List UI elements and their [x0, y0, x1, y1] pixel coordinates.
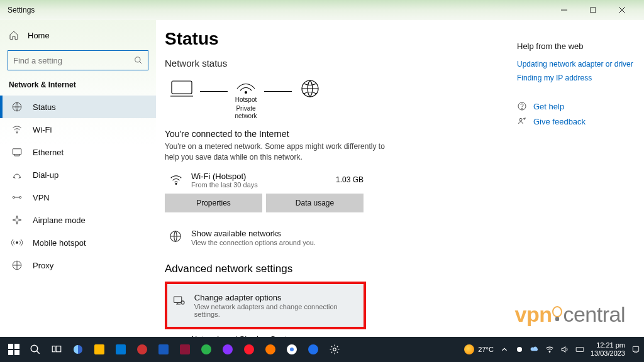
taskbar-app[interactable]: [239, 339, 259, 359]
svg-point-40: [290, 348, 294, 351]
svg-point-20: [519, 118, 522, 121]
notifications-icon[interactable]: [631, 345, 640, 354]
svg-rect-24: [14, 344, 19, 349]
taskbar-app[interactable]: [132, 339, 152, 359]
wifi-tray-icon[interactable]: [545, 345, 554, 354]
svg-point-37: [244, 344, 254, 354]
status-icon: [11, 101, 23, 112]
svg-rect-46: [633, 346, 638, 351]
search-input-wrapper[interactable]: [8, 50, 148, 70]
help-link-ip[interactable]: Finding my IP address: [517, 74, 638, 82]
svg-point-35: [201, 344, 211, 354]
svg-point-5: [13, 197, 14, 199]
svg-rect-26: [14, 350, 19, 355]
clock[interactable]: 12:21 pm 13/03/2023: [591, 341, 625, 357]
change-adapter-options[interactable]: Change adapter options View network adap…: [169, 288, 360, 323]
volume-tray-icon[interactable]: [560, 345, 569, 354]
weather-widget[interactable]: 27°C: [464, 344, 494, 354]
help-panel: Help from the web Updating network adapt…: [512, 20, 644, 337]
data-usage-button[interactable]: Data usage: [266, 194, 364, 212]
show-available-networks[interactable]: Show available networks View the connect…: [165, 224, 497, 251]
highlighted-option: Change adapter options View network adap…: [165, 282, 366, 329]
start-button[interactable]: [4, 339, 24, 359]
sidebar-item-label: Mobile hotspot: [33, 238, 86, 248]
sidebar-item-status[interactable]: Status: [0, 96, 156, 118]
wifi-icon: [11, 124, 23, 135]
sidebar-item-vpn[interactable]: VPN: [0, 186, 156, 209]
sidebar-item-wifi[interactable]: Wi-Fi: [0, 118, 156, 141]
diagram-hotspot-label: Hotspot: [235, 96, 257, 104]
svg-point-38: [265, 344, 275, 354]
get-help-link[interactable]: Get help: [517, 101, 638, 111]
sidebar-item-proxy[interactable]: Proxy: [0, 254, 156, 277]
help-header: Help from the web: [517, 41, 638, 51]
svg-rect-23: [8, 344, 13, 349]
svg-rect-29: [56, 346, 61, 352]
globe-icon: [297, 79, 323, 99]
home-icon: [9, 30, 19, 40]
language-tray-icon[interactable]: [575, 345, 584, 354]
sidebar-item-airplane[interactable]: Airplane mode: [0, 209, 156, 231]
search-taskbar-button[interactable]: [25, 339, 45, 359]
sidebar-item-ethernet[interactable]: Ethernet: [0, 141, 156, 163]
chevron-up-icon[interactable]: [500, 345, 509, 354]
sidebar-nav: Status Wi-Fi Ethernet Dial-up VPN Airpla…: [0, 96, 156, 277]
tray-icon[interactable]: [515, 345, 524, 354]
taskbar-app[interactable]: [68, 339, 88, 359]
sidebar-section-header: Network & Internet: [0, 77, 156, 96]
page-title: Status: [165, 29, 497, 49]
taskbar-app[interactable]: [196, 339, 216, 359]
sidebar-item-label: VPN: [33, 193, 50, 202]
taskbar-app[interactable]: [218, 339, 238, 359]
minimize-button[interactable]: [550, 0, 579, 20]
properties-button[interactable]: Properties: [165, 194, 262, 212]
sidebar: Home Network & Internet Status Wi-Fi Eth…: [0, 20, 156, 337]
diagram-network-type: Private network: [231, 105, 260, 120]
svg-point-10: [245, 92, 247, 94]
taskbar: 27°C 12:21 pm 13/03/2023: [0, 337, 644, 362]
advanced-settings-header: Advanced network settings: [165, 263, 497, 275]
connection-row: Wi-Fi (Hotspot) From the last 30 days 1.…: [169, 172, 401, 189]
network-sharing-center[interactable]: Network and Sharing Center For the netwo…: [165, 329, 497, 337]
taskbar-app[interactable]: [303, 339, 323, 359]
svg-rect-31: [116, 344, 126, 354]
svg-point-1: [135, 57, 140, 62]
option-title: Show available networks: [191, 229, 316, 238]
svg-point-6: [19, 197, 21, 199]
svg-point-36: [223, 344, 233, 354]
svg-rect-4: [13, 149, 21, 155]
taskbar-app[interactable]: [153, 339, 174, 359]
sidebar-item-label: Status: [33, 102, 56, 112]
computer-icon: [169, 79, 194, 99]
sidebar-item-hotspot[interactable]: Mobile hotspot: [0, 231, 156, 254]
option-title: Change adapter options: [194, 293, 356, 302]
taskbar-app[interactable]: [89, 339, 109, 359]
system-tray[interactable]: 27°C 12:21 pm 13/03/2023: [464, 341, 640, 357]
adapter-icon: [172, 293, 186, 307]
onedrive-icon[interactable]: [530, 345, 539, 354]
wifi-icon: [169, 173, 184, 187]
connection-status-title: You're connected to the Internet: [165, 129, 497, 139]
sidebar-item-dialup[interactable]: Dial-up: [0, 163, 156, 186]
connection-status-desc: You're on a metered network. Some apps m…: [165, 141, 391, 163]
taskbar-app[interactable]: [111, 339, 131, 359]
time: 12:21 pm: [591, 341, 625, 349]
search-icon: [134, 56, 143, 65]
taskbar-app[interactable]: [175, 339, 195, 359]
home-button[interactable]: Home: [0, 23, 156, 48]
help-link-adapter[interactable]: Updating network adapter or driver: [517, 60, 638, 69]
task-view-button[interactable]: [47, 339, 67, 359]
svg-point-43: [517, 347, 522, 352]
get-help-label: Get help: [533, 102, 564, 111]
search-input[interactable]: [13, 56, 134, 65]
settings-taskbar-button[interactable]: [325, 339, 345, 359]
taskbar-app[interactable]: [260, 339, 280, 359]
svg-rect-30: [94, 344, 104, 354]
vpn-icon: [11, 192, 23, 203]
maximize-button[interactable]: [579, 0, 608, 20]
give-feedback-link[interactable]: Give feedback: [517, 116, 638, 126]
taskbar-app[interactable]: [282, 339, 302, 359]
sun-icon: [464, 344, 474, 354]
close-button[interactable]: [608, 0, 636, 20]
globe-icon: [169, 229, 182, 243]
